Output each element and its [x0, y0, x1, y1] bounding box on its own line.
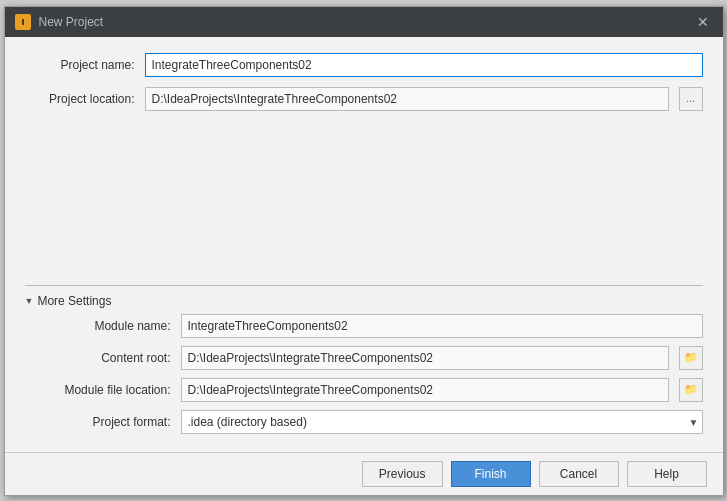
previous-button[interactable]: Previous	[362, 461, 443, 487]
app-icon: I	[15, 14, 31, 30]
project-name-row: Project name:	[25, 53, 703, 77]
project-format-row: Project format: .idea (directory based) …	[41, 410, 703, 434]
browse-button[interactable]: ...	[679, 87, 703, 111]
folder-icon: 📁	[684, 351, 698, 364]
new-project-dialog: I New Project ✕ Project name: Project lo…	[4, 6, 724, 496]
module-file-location-input[interactable]	[181, 378, 669, 402]
project-format-label: Project format:	[41, 415, 171, 429]
title-bar: I New Project ✕	[5, 7, 723, 37]
module-name-row: Module name:	[41, 314, 703, 338]
module-file-location-label: Module file location:	[41, 383, 171, 397]
project-name-label: Project name:	[25, 58, 135, 72]
project-location-input[interactable]	[145, 87, 669, 111]
module-name-input[interactable]	[181, 314, 703, 338]
dialog-body: Project name: Project location: ... ▼ Mo…	[5, 37, 723, 452]
dialog-title: New Project	[39, 15, 104, 29]
module-file-location-row: Module file location: 📁	[41, 378, 703, 402]
more-settings-toggle[interactable]: ▼ More Settings	[25, 286, 703, 314]
title-bar-left: I New Project	[15, 14, 104, 30]
more-settings-body: Module name: Content root: 📁	[25, 314, 703, 442]
more-settings-label: More Settings	[37, 294, 111, 308]
module-file-location-browse-button[interactable]: 📁	[679, 378, 703, 402]
content-root-row: Content root: 📁	[41, 346, 703, 370]
content-root-label: Content root:	[41, 351, 171, 365]
project-name-input[interactable]	[145, 53, 703, 77]
project-location-row: Project location: ...	[25, 87, 703, 111]
help-button[interactable]: Help	[627, 461, 707, 487]
more-settings-section: ▼ More Settings Module name: Content roo…	[25, 285, 703, 442]
content-root-browse-button[interactable]: 📁	[679, 346, 703, 370]
content-root-input[interactable]	[181, 346, 669, 370]
svg-text:I: I	[21, 17, 24, 27]
cancel-button[interactable]: Cancel	[539, 461, 619, 487]
spacer	[25, 121, 703, 275]
dialog-footer: Previous Finish Cancel Help	[5, 452, 723, 495]
project-location-label: Project location:	[25, 92, 135, 106]
chevron-icon: ▼	[25, 296, 34, 306]
project-format-select-wrapper: .idea (directory based) .ipr (file based…	[181, 410, 703, 434]
close-button[interactable]: ✕	[693, 13, 713, 31]
folder-icon-2: 📁	[684, 383, 698, 396]
project-format-select[interactable]: .idea (directory based) .ipr (file based…	[181, 410, 703, 434]
module-name-label: Module name:	[41, 319, 171, 333]
finish-button[interactable]: Finish	[451, 461, 531, 487]
